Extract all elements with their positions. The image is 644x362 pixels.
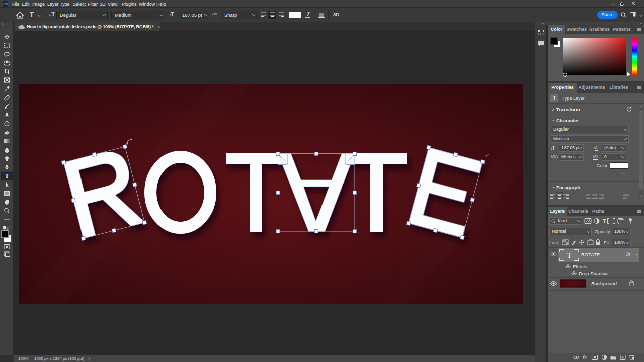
svg-text:fx: fx bbox=[583, 354, 587, 360]
svg-text:T: T bbox=[567, 252, 572, 259]
svg-text:T: T bbox=[5, 172, 9, 179]
svg-text:T: T bbox=[603, 218, 606, 224]
